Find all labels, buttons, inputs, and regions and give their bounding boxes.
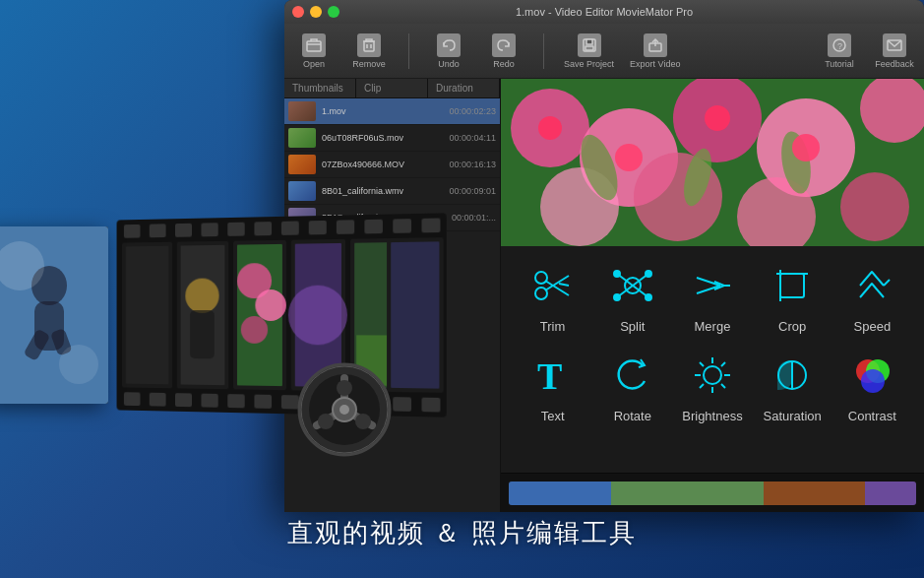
rotate-tool[interactable]: Rotate — [593, 348, 672, 423]
toolbar-right: ? Tutorial Feedback — [820, 33, 914, 69]
svg-point-71 — [59, 345, 98, 384]
svg-rect-75 — [175, 224, 192, 237]
file-item[interactable]: 06uT08RF06uS.mov 00:00:04:11 — [284, 125, 500, 152]
remove-button[interactable]: Remove — [349, 33, 389, 69]
saturation-icon-wrap — [765, 348, 820, 403]
merge-tool[interactable]: Merge — [673, 258, 752, 334]
col-clip: Clip — [356, 79, 428, 97]
contrast-tool[interactable]: Contrast — [832, 348, 911, 423]
split-tool[interactable]: Split — [593, 258, 672, 334]
timeline-segment-3 — [764, 482, 866, 505]
svg-rect-87 — [175, 393, 192, 407]
panel-header: Thumbnails Clip Duration — [284, 79, 500, 98]
timeline-track[interactable] — [509, 482, 916, 505]
svg-rect-78 — [254, 222, 272, 235]
minimize-button[interactable] — [310, 6, 322, 18]
file-item[interactable]: 07ZBox490666.MOV 00:00:16:13 — [284, 152, 500, 178]
file-thumbnail — [288, 128, 316, 148]
crop-tool[interactable]: Crop — [753, 258, 832, 334]
svg-rect-88 — [201, 394, 217, 408]
tutorial-icon: ? — [828, 33, 851, 57]
svg-line-58 — [721, 362, 725, 366]
svg-rect-6 — [585, 46, 593, 50]
text-tool[interactable]: T Text — [514, 348, 592, 423]
col-thumbnails: Thumbnails — [284, 79, 356, 97]
svg-rect-46 — [780, 274, 804, 297]
redo-button[interactable]: Redo — [484, 33, 524, 69]
export-icon — [644, 33, 667, 57]
text-icon-wrap: T — [525, 348, 581, 403]
feedback-label: Feedback — [875, 59, 914, 69]
file-duration: 00:00:09:01 — [449, 186, 496, 196]
rotate-label: Rotate — [614, 409, 651, 423]
preview-image — [501, 79, 924, 246]
svg-rect-73 — [124, 225, 141, 238]
svg-rect-86 — [150, 393, 166, 407]
export-button[interactable]: Export Video — [630, 33, 680, 69]
export-label: Export Video — [630, 59, 680, 69]
tools-area: Trim — [501, 246, 924, 473]
saturation-icon — [770, 353, 814, 397]
tutorial-button[interactable]: ? Tutorial — [820, 33, 859, 69]
svg-point-21 — [840, 172, 909, 241]
split-icon-wrap — [605, 258, 660, 313]
svg-point-39 — [614, 271, 620, 277]
svg-text:?: ? — [837, 41, 842, 51]
close-button[interactable] — [292, 6, 304, 18]
film-strip — [117, 213, 447, 417]
maximize-button[interactable] — [328, 6, 339, 18]
svg-rect-83 — [393, 219, 411, 233]
trim-tool[interactable]: Trim — [514, 258, 592, 334]
svg-rect-79 — [281, 222, 299, 235]
speed-label: Speed — [854, 319, 892, 334]
file-name: 8B01_california.wmv — [322, 186, 445, 196]
svg-point-25 — [538, 116, 562, 140]
file-item[interactable]: 1.mov 00:00:02:23 — [284, 98, 500, 125]
trim-icon — [531, 264, 575, 307]
svg-point-121 — [337, 380, 352, 396]
svg-point-101 — [185, 278, 218, 313]
saturation-tool[interactable]: Saturation — [753, 348, 832, 423]
svg-point-107 — [241, 316, 268, 344]
svg-point-42 — [646, 294, 651, 300]
brightness-label: Brightness — [682, 409, 742, 423]
svg-point-122 — [355, 414, 371, 429]
rotate-icon-wrap — [605, 348, 660, 403]
feedback-icon — [883, 33, 906, 57]
svg-rect-96 — [421, 398, 440, 413]
svg-point-26 — [615, 144, 643, 171]
svg-point-41 — [614, 294, 620, 300]
undo-button[interactable]: Undo — [429, 33, 468, 69]
svg-rect-98 — [126, 246, 169, 385]
speed-tool[interactable]: Speed — [832, 258, 911, 334]
crop-label: Crop — [778, 319, 806, 334]
window-title: 1.mov - Video Editor MovieMator Pro — [516, 6, 693, 18]
open-button[interactable]: Open — [294, 33, 334, 69]
trim-icon-wrap — [525, 258, 581, 313]
file-name: 1.mov — [322, 106, 445, 116]
svg-line-56 — [700, 362, 704, 366]
svg-rect-85 — [124, 392, 141, 406]
right-panel: Trim — [501, 79, 924, 512]
svg-rect-82 — [364, 220, 383, 234]
contrast-icon-wrap — [844, 348, 899, 403]
svg-point-125 — [339, 405, 349, 415]
svg-point-40 — [646, 271, 651, 277]
split-label: Split — [620, 319, 645, 334]
save-icon — [578, 33, 601, 57]
remove-icon — [357, 33, 381, 57]
undo-label: Undo — [438, 59, 460, 69]
brightness-tool[interactable]: Brightness — [673, 348, 752, 423]
timeline-segment-4 — [865, 482, 916, 505]
video-preview — [501, 79, 924, 246]
file-duration: 00:00:01:... — [452, 213, 496, 223]
file-duration: 00:00:16:13 — [449, 160, 496, 169]
svg-point-110 — [288, 286, 347, 346]
saturation-label: Saturation — [764, 409, 822, 423]
save-button[interactable]: Save Project — [564, 33, 614, 69]
svg-point-123 — [318, 414, 334, 429]
feedback-button[interactable]: Feedback — [875, 33, 914, 69]
title-bar: 1.mov - Video Editor MovieMator Pro — [284, 0, 924, 24]
rotate-icon — [611, 353, 654, 397]
timeline-segment-1 — [509, 482, 611, 505]
